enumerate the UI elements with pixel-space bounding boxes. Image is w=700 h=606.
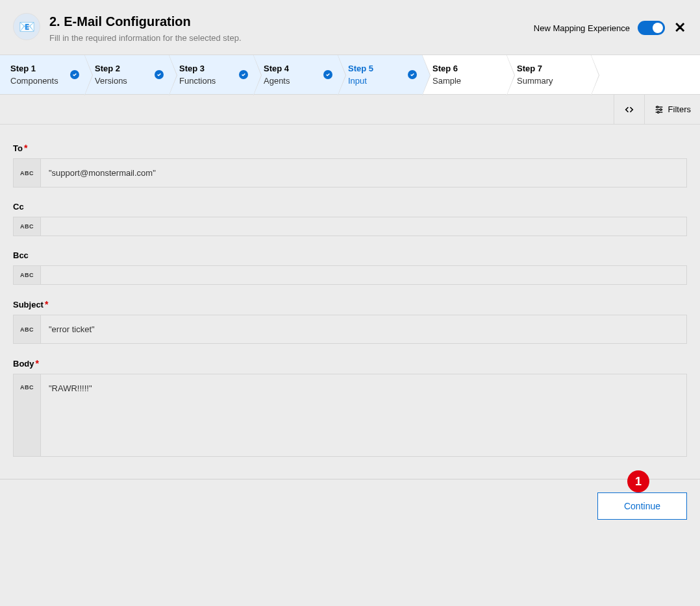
input-body[interactable]: ABC "RAWR!!!!!"	[13, 374, 687, 457]
type-badge-abc: ABC	[14, 266, 41, 284]
toggle-label: New Mapping Experience	[534, 23, 630, 33]
step-title: Step 7	[517, 64, 591, 73]
page-title: 2. E-Mail Configuration	[49, 13, 242, 30]
field-body: Body* ABC "RAWR!!!!!"	[13, 358, 687, 457]
input-cc[interactable]: ABC	[13, 217, 687, 236]
field-subject: Subject* ABC "error ticket"	[13, 299, 687, 344]
step-title: Step 6	[432, 64, 506, 73]
expand-code-button[interactable]	[614, 95, 644, 124]
required-marker: *	[36, 358, 39, 369]
type-badge-abc: ABC	[14, 159, 41, 187]
header: 📧 2. E-Mail Configuration Fill in the re…	[0, 0, 700, 55]
step-3[interactable]: Step 3Functions	[169, 55, 253, 94]
input-body-value[interactable]: "RAWR!!!!!"	[41, 374, 686, 402]
required-marker: *	[24, 143, 27, 153]
input-bcc[interactable]: ABC	[13, 265, 687, 285]
check-circle-icon	[239, 70, 248, 79]
code-brackets-icon	[623, 104, 635, 115]
type-badge-abc: ABC	[14, 315, 41, 343]
label-body: Body*	[13, 358, 687, 369]
header-right: New Mapping Experience ✕	[534, 19, 687, 36]
input-cc-value[interactable]	[41, 217, 686, 236]
footer: 1 Continue	[0, 479, 700, 533]
svg-point-3	[656, 106, 658, 108]
required-marker: *	[45, 299, 48, 309]
field-cc: Cc ABC	[13, 202, 687, 236]
type-badge-abc: ABC	[14, 217, 41, 236]
field-bcc: Bcc ABC	[13, 250, 687, 285]
label-cc: Cc	[13, 202, 687, 212]
step-1[interactable]: Step 1Components	[0, 55, 84, 94]
filters-label: Filters	[668, 104, 691, 114]
field-to: To* ABC "support@monstermail.com"	[13, 143, 687, 188]
filters-button[interactable]: Filters	[644, 95, 700, 124]
input-to-value[interactable]: "support@monstermail.com"	[41, 159, 686, 187]
label-bcc: Bcc	[13, 250, 687, 260]
form: To* ABC "support@monstermail.com" Cc ABC…	[0, 125, 700, 479]
step-sub: Summary	[517, 76, 591, 86]
type-badge-abc: ABC	[14, 374, 41, 456]
step-6[interactable]: Step 6Sample	[422, 55, 506, 94]
mapping-experience-toggle[interactable]	[638, 21, 665, 35]
continue-button[interactable]: Continue	[597, 492, 687, 520]
step-7[interactable]: Step 7Summary	[506, 55, 591, 94]
svg-point-5	[657, 111, 659, 113]
input-bcc-value[interactable]	[41, 266, 686, 284]
input-subject[interactable]: ABC "error ticket"	[13, 315, 687, 344]
header-left: 📧 2. E-Mail Configuration Fill in the re…	[13, 13, 242, 43]
input-to[interactable]: ABC "support@monstermail.com"	[13, 158, 687, 188]
sliders-icon	[654, 104, 664, 115]
callout-badge-1: 1	[627, 470, 649, 492]
stepper: Step 1ComponentsStep 2VersionsStep 3Func…	[0, 55, 700, 95]
form-toolbar: Filters	[0, 95, 700, 125]
svg-point-4	[660, 108, 662, 110]
step-5[interactable]: Step 5Input	[338, 55, 422, 94]
close-icon[interactable]: ✕	[673, 19, 687, 36]
page-subtitle: Fill in the required information for the…	[49, 33, 242, 43]
check-circle-icon	[70, 70, 79, 79]
label-subject: Subject*	[13, 299, 687, 309]
header-titles: 2. E-Mail Configuration Fill in the requ…	[49, 13, 242, 43]
check-circle-icon	[323, 70, 332, 79]
step-4[interactable]: Step 4Agents	[253, 55, 338, 94]
step-2[interactable]: Step 2Versions	[84, 55, 169, 94]
check-circle-icon	[408, 70, 417, 79]
check-circle-icon	[155, 70, 164, 79]
email-icon: 📧	[13, 13, 40, 40]
input-subject-value[interactable]: "error ticket"	[41, 315, 686, 343]
step-sub: Sample	[432, 76, 506, 86]
label-to: To*	[13, 143, 687, 153]
